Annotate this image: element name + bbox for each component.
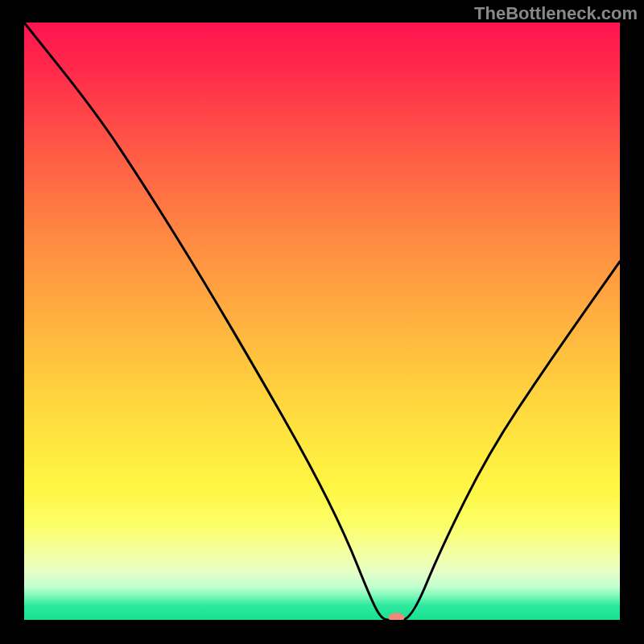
bottleneck-curve [24,23,620,620]
optimum-marker [389,613,405,620]
watermark-text: TheBottleneck.com [474,3,638,24]
curve-svg [24,23,620,620]
chart-canvas: TheBottleneck.com [0,0,644,644]
plot-area [24,23,620,620]
